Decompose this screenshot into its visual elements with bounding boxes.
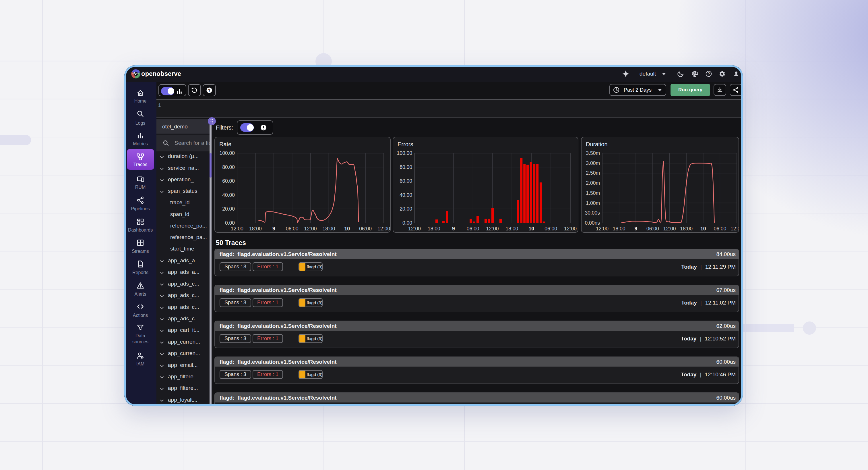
svg-text:2.00m: 2.00m bbox=[586, 180, 600, 186]
svg-text:?: ? bbox=[708, 71, 710, 76]
svg-text:0.00ns: 0.00ns bbox=[585, 220, 600, 226]
svg-text:?: ? bbox=[208, 88, 210, 92]
svg-text:60.00: 60.00 bbox=[400, 178, 412, 184]
svg-text:18:00: 18:00 bbox=[428, 226, 440, 232]
svg-text:18:00: 18:00 bbox=[505, 226, 518, 232]
svg-text:12:00: 12:00 bbox=[486, 226, 499, 232]
svg-text:06:00: 06:00 bbox=[545, 226, 557, 232]
svg-text:Errors: Errors bbox=[398, 141, 413, 147]
svg-text:Rate: Rate bbox=[219, 141, 231, 147]
svg-text:12:00: 12:00 bbox=[596, 226, 609, 232]
svg-text:1.50m: 1.50m bbox=[586, 190, 600, 196]
svg-text:06:00: 06:00 bbox=[467, 226, 479, 232]
svg-text:2.50m: 2.50m bbox=[586, 170, 600, 176]
svg-text:12:00: 12:00 bbox=[663, 226, 676, 232]
svg-text:18:00: 18:00 bbox=[680, 226, 693, 232]
svg-text:20.00: 20.00 bbox=[400, 206, 412, 212]
svg-text:100.00: 100.00 bbox=[219, 150, 235, 156]
svg-text:10: 10 bbox=[529, 226, 534, 232]
svg-text:3.50m: 3.50m bbox=[586, 150, 600, 156]
svg-text:12:00: 12:00 bbox=[377, 226, 390, 232]
svg-text:06:00: 06:00 bbox=[646, 226, 659, 232]
svg-text:30.00s: 30.00s bbox=[585, 210, 600, 216]
svg-text:10: 10 bbox=[344, 226, 350, 232]
svg-text:100.00: 100.00 bbox=[397, 150, 412, 156]
svg-text:18:00: 18:00 bbox=[613, 226, 625, 232]
svg-text:9: 9 bbox=[272, 226, 275, 232]
svg-text:1.00m: 1.00m bbox=[586, 200, 600, 206]
svg-text:12:00: 12:00 bbox=[408, 226, 421, 232]
svg-text:12:00: 12:00 bbox=[731, 226, 739, 232]
svg-text:10: 10 bbox=[701, 226, 706, 232]
svg-text:0.00: 0.00 bbox=[225, 220, 235, 226]
svg-text:0.00: 0.00 bbox=[402, 220, 412, 226]
svg-text:60.00: 60.00 bbox=[222, 178, 235, 184]
svg-text:06:00: 06:00 bbox=[714, 226, 726, 232]
svg-text:80.00: 80.00 bbox=[400, 164, 412, 170]
svg-text:18:00: 18:00 bbox=[322, 226, 335, 232]
svg-text:06:00: 06:00 bbox=[286, 226, 299, 232]
svg-text:9: 9 bbox=[452, 226, 455, 232]
svg-text:12:00: 12:00 bbox=[564, 226, 577, 232]
svg-text:06:00: 06:00 bbox=[359, 226, 372, 232]
svg-text:9: 9 bbox=[634, 226, 637, 232]
svg-text:18:00: 18:00 bbox=[249, 226, 262, 232]
svg-text:20.00: 20.00 bbox=[222, 206, 235, 212]
svg-text:3.00m: 3.00m bbox=[586, 160, 600, 166]
svg-text:40.00: 40.00 bbox=[400, 192, 412, 198]
svg-text:Duration: Duration bbox=[586, 141, 608, 147]
svg-text:12:00: 12:00 bbox=[304, 226, 317, 232]
svg-text:40.00: 40.00 bbox=[222, 192, 235, 198]
svg-text:12:00: 12:00 bbox=[231, 226, 243, 232]
svg-text:80.00: 80.00 bbox=[222, 164, 235, 170]
